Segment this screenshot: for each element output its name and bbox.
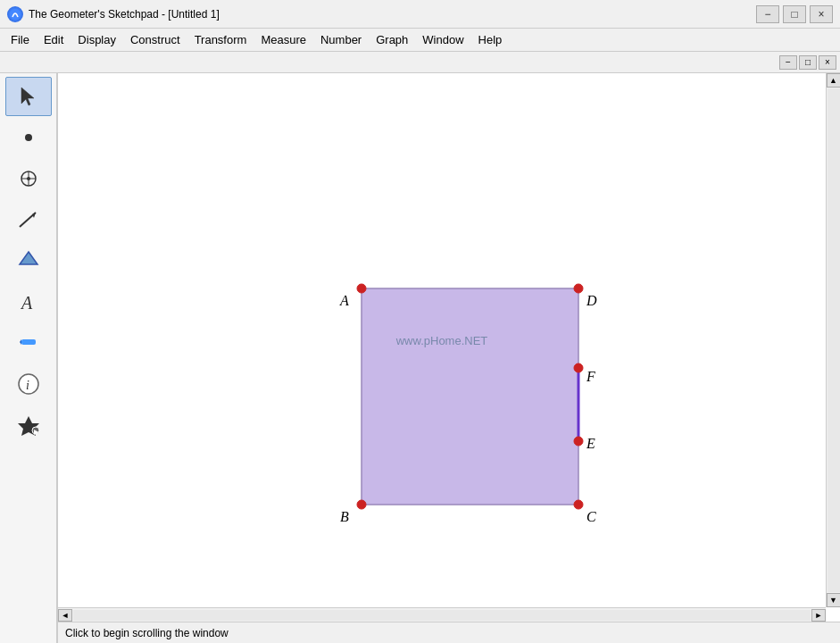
label-f: F <box>586 369 595 384</box>
point-d[interactable] <box>574 284 583 293</box>
svg-marker-12 <box>20 339 21 345</box>
svg-marker-1 <box>21 88 34 105</box>
label-a: A <box>339 293 349 308</box>
geometry-canvas[interactable]: A B C D E F www.pHome.NET <box>58 73 826 607</box>
title-controls: − □ × <box>756 5 833 23</box>
menu-construct[interactable]: Construct <box>123 30 187 50</box>
text-tool-button[interactable]: A <box>5 282 52 322</box>
svg-marker-9 <box>20 252 37 264</box>
line-tool-button[interactable] <box>5 200 52 239</box>
info-tool-button[interactable]: i <box>5 364 52 404</box>
scroll-right-arrow[interactable]: ► <box>811 609 826 622</box>
title-bar: The Geometer's Sketchpad - [Untitled 1] … <box>0 0 840 29</box>
sub-minimize-button[interactable]: − <box>779 55 797 70</box>
geometry-svg: A B C D E F <box>58 73 826 607</box>
point-e[interactable] <box>574 437 583 446</box>
svg-text:i: i <box>26 379 29 392</box>
menu-display[interactable]: Display <box>71 30 123 50</box>
menu-measure[interactable]: Measure <box>254 30 313 50</box>
canvas-area[interactable]: A B C D E F www.pHome.NET ▲ ▼ ◄ ► Click … <box>58 73 840 643</box>
status-text: Click to begin scrolling the window <box>65 627 229 639</box>
scroll-track-right[interactable] <box>828 88 840 592</box>
sketchpad-icon <box>7 6 23 22</box>
polygon-tool-button[interactable] <box>5 241 52 280</box>
label-d: D <box>586 293 597 308</box>
svg-point-0 <box>10 9 21 20</box>
point-f[interactable] <box>574 363 583 372</box>
menu-transform[interactable]: Transform <box>187 30 254 50</box>
sub-controls: − □ × <box>0 52 840 73</box>
main-area: A i ▶ <box>0 73 840 643</box>
scroll-up-arrow[interactable]: ▲ <box>827 73 841 88</box>
menu-edit[interactable]: Edit <box>37 30 71 50</box>
menu-graph[interactable]: Graph <box>369 30 415 50</box>
svg-point-6 <box>27 177 30 180</box>
scroll-down-arrow[interactable]: ▼ <box>827 593 841 607</box>
svg-text:A: A <box>20 293 33 313</box>
menu-window[interactable]: Window <box>415 30 470 50</box>
label-e: E <box>586 436 595 451</box>
status-bar: Click to begin scrolling the window <box>58 622 840 643</box>
point-tool-button[interactable] <box>5 118 52 157</box>
scroll-left-arrow[interactable]: ◄ <box>58 609 72 622</box>
label-b: B <box>340 509 349 524</box>
minimize-button[interactable]: − <box>756 5 779 23</box>
maximize-button[interactable]: □ <box>783 5 806 23</box>
sub-close-button[interactable]: × <box>819 55 836 70</box>
select-tool-button[interactable] <box>5 77 52 116</box>
menu-file[interactable]: File <box>4 30 37 50</box>
point-c[interactable] <box>574 500 583 509</box>
menu-bar: File Edit Display Construct Transform Me… <box>0 29 840 52</box>
svg-rect-11 <box>21 339 36 345</box>
toolbar: A i ▶ <box>0 73 58 643</box>
custom-tool-button[interactable]: ▶ <box>5 405 52 445</box>
close-button[interactable]: × <box>810 5 833 23</box>
menu-help[interactable]: Help <box>471 30 510 50</box>
svg-point-2 <box>25 134 32 141</box>
point-b[interactable] <box>357 500 366 509</box>
scrollbar-bottom[interactable]: ◄ ► <box>58 607 826 622</box>
scroll-track-bottom[interactable] <box>73 610 811 621</box>
label-c: C <box>586 509 596 524</box>
compass-tool-button[interactable] <box>5 159 52 198</box>
square-abcd[interactable] <box>362 288 578 505</box>
sub-restore-button[interactable]: □ <box>799 55 817 70</box>
marker-tool-button[interactable] <box>5 323 52 363</box>
title-bar-left: The Geometer's Sketchpad - [Untitled 1] <box>7 6 220 22</box>
scrollbar-right[interactable]: ▲ ▼ <box>826 73 840 607</box>
menu-number[interactable]: Number <box>313 30 369 50</box>
window-title: The Geometer's Sketchpad - [Untitled 1] <box>29 8 220 21</box>
point-a[interactable] <box>357 284 366 293</box>
